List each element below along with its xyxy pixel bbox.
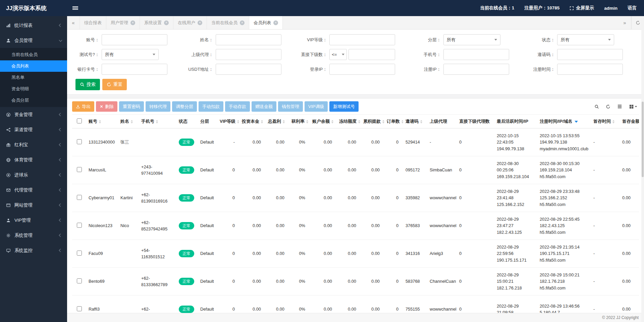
tab-member-list[interactable]: 会员列表×: [249, 16, 283, 29]
table-columns-button[interactable]: [628, 103, 638, 110]
row-checkbox[interactable]: [77, 223, 82, 228]
sidebar-toggle-button[interactable]: [67, 0, 83, 16]
tab-close-icon[interactable]: ×: [164, 20, 169, 25]
delete-button[interactable]: 删除: [96, 101, 117, 112]
manual-deposit-button[interactable]: 手动存款: [225, 101, 250, 112]
direct-subordinates-input[interactable]: [348, 49, 395, 60]
vip-level-input[interactable]: [329, 34, 395, 45]
tab-close-icon[interactable]: ×: [198, 20, 202, 25]
select-all-checkbox[interactable]: [77, 118, 82, 123]
tabs-scroll-right-button[interactable]: »: [619, 16, 631, 29]
col-header-account[interactable]: 账号: [86, 115, 118, 128]
wallet-manage-button[interactable]: 钱包管理: [278, 101, 303, 112]
col-header-first_time[interactable]: 首存时间: [591, 115, 620, 128]
tab-summary-report[interactable]: 综合报表: [80, 16, 106, 29]
col-header-frozen[interactable]: 冻结额度: [337, 115, 361, 128]
row-checkbox[interactable]: [77, 139, 82, 144]
test-account-select[interactable]: 所有: [102, 49, 159, 60]
search-button[interactable]: 搜索: [75, 79, 100, 90]
direct-subordinates-operator-select[interactable]: <=: [329, 49, 347, 60]
sidebar-item-funds-manage[interactable]: 资金管理: [0, 107, 67, 122]
sidebar-item-blacklist[interactable]: 黑名单: [0, 72, 67, 83]
col-header-first_amount[interactable]: 首存金额: [620, 115, 639, 128]
col-header-invite[interactable]: 邀请码: [403, 115, 427, 128]
name-input[interactable]: [216, 34, 281, 45]
scrollbar-thumb[interactable]: [642, 102, 644, 177]
col-header-agent[interactable]: 上级代理: [427, 115, 457, 128]
vip-adjust-button[interactable]: VIP调级: [305, 101, 328, 112]
row-checkbox[interactable]: [77, 167, 82, 172]
phone-input[interactable]: [443, 49, 509, 60]
col-header-profit[interactable]: 总盈利: [266, 115, 289, 128]
export-button[interactable]: 导出: [72, 101, 94, 112]
col-header-balance[interactable]: 账户余额: [310, 115, 337, 128]
tab-close-icon[interactable]: ×: [240, 20, 245, 25]
sidebar-item-bonus-treasure[interactable]: 红利宝: [0, 137, 67, 152]
sidebar-item-vip-manage[interactable]: VIP管理: [0, 213, 67, 228]
col-header-withdraw[interactable]: 累积提款: [361, 115, 384, 128]
col-header-sub_agents[interactable]: 直接下级代理数: [457, 115, 494, 128]
sidebar-item-system-monitor[interactable]: 系统监控: [0, 243, 67, 258]
sidebar-item-sports-manage[interactable]: 体育管理: [0, 152, 67, 167]
col-header-last_active[interactable]: 最后活跃时间/IP: [494, 115, 537, 128]
tab-online-users[interactable]: 在线用户×: [173, 16, 207, 29]
col-header-tier[interactable]: 分层: [198, 115, 217, 128]
register-ip-input[interactable]: [443, 64, 509, 75]
tab-user-manage[interactable]: 用户管理×: [106, 16, 140, 29]
tab-system-settings[interactable]: 系统设置×: [140, 16, 173, 29]
sidebar-item-stats-report[interactable]: 统计报表: [0, 18, 67, 33]
reset-password-button[interactable]: 重置密码: [119, 101, 144, 112]
sidebar-item-site-manage[interactable]: 网站管理: [0, 198, 67, 213]
sidebar-item-label: 系统监控: [14, 248, 33, 254]
col-header-vip[interactable]: VIP等级: [217, 115, 239, 128]
col-header-register[interactable]: 注册时间/IP/域名: [537, 115, 591, 128]
bank-card-input[interactable]: [102, 64, 167, 75]
sidebar-item-current-online-members[interactable]: 当前在线会员: [0, 49, 67, 60]
language-menu[interactable]: 语言: [628, 5, 637, 11]
col-header-orders[interactable]: 订单数: [384, 115, 403, 128]
admin-menu[interactable]: admin: [604, 6, 618, 11]
col-header-rate[interactable]: 获利率: [289, 115, 310, 128]
sidebar-item-system-manage[interactable]: 系统管理: [0, 228, 67, 243]
row-checkbox[interactable]: [77, 251, 82, 256]
col-header-phone[interactable]: 手机号: [139, 115, 176, 128]
account-input[interactable]: [102, 34, 167, 45]
sidebar-item-funds-detail[interactable]: 资金明细: [0, 83, 67, 95]
row-checkbox[interactable]: [77, 195, 82, 200]
tabs-scroll-left-button[interactable]: «: [67, 16, 80, 29]
adjust-tier-button[interactable]: 调整分层: [172, 101, 197, 112]
gift-amount-button[interactable]: 赠送金额: [252, 101, 276, 112]
sidebar-item-agent-manage[interactable]: 代理管理: [0, 182, 67, 198]
manual-deduct-button[interactable]: 手动扣款: [199, 101, 223, 112]
status-select[interactable]: 所有: [557, 34, 614, 45]
table-refresh-button[interactable]: [605, 104, 611, 110]
sidebar-item-goal-fun[interactable]: 进球乐: [0, 167, 67, 182]
cell-sub_agents: 0: [457, 212, 494, 240]
tab-close-icon[interactable]: ×: [130, 20, 135, 25]
tab-current-online-members[interactable]: 当前在线会员×: [207, 16, 249, 29]
usdt-address-input[interactable]: [216, 64, 281, 75]
transfer-agent-button[interactable]: 转移代理: [146, 101, 170, 112]
register-time-input[interactable]: [557, 64, 623, 75]
sidebar-item-member-tier[interactable]: 会员分层: [0, 95, 67, 106]
tier-select[interactable]: 所有: [443, 34, 500, 45]
col-header-status[interactable]: 状态: [176, 115, 198, 128]
invite-code-input[interactable]: [557, 49, 623, 60]
col-header-invest[interactable]: 投资本金: [239, 115, 266, 128]
table-toggle-view-button[interactable]: [616, 103, 623, 110]
col-header-name[interactable]: 姓名: [118, 115, 139, 128]
vertical-scrollbar[interactable]: [641, 16, 644, 322]
table-search-button[interactable]: [594, 104, 600, 110]
row-checkbox[interactable]: [77, 278, 82, 283]
sidebar-item-channel-manage[interactable]: 渠道管理: [0, 122, 67, 137]
row-checkbox[interactable]: [77, 306, 82, 311]
parent-agent-input[interactable]: [216, 49, 281, 60]
add-test-account-button[interactable]: 新增测试号: [329, 101, 359, 112]
tab-close-icon[interactable]: ×: [273, 20, 278, 25]
cell-withdraw: 0.00: [361, 240, 384, 268]
reset-button[interactable]: 重置: [102, 79, 127, 90]
sidebar-item-member-list[interactable]: 会员列表: [0, 60, 67, 72]
sidebar-item-member-manage[interactable]: 会员管理: [0, 33, 67, 48]
login-ip-input[interactable]: [329, 64, 395, 75]
fullscreen-button[interactable]: 全屏显示: [570, 5, 594, 11]
